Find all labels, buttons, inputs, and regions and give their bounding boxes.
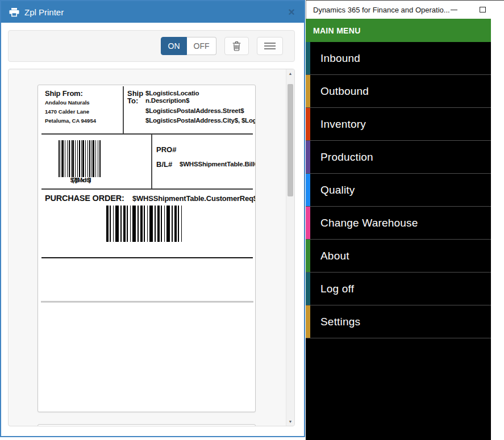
menu-item-label: Change Warehouse <box>306 217 418 229</box>
label-divider <box>151 135 152 188</box>
ship-from-title: Ship From: <box>45 89 83 98</box>
menu-item-inbound[interactable]: Inbound <box>306 42 491 75</box>
printer-icon <box>9 7 19 17</box>
preview-scrollbar[interactable]: ▲ ▼ <box>286 69 294 426</box>
menu-item-label: About <box>306 250 349 262</box>
purchase-order-label: PURCHASE ORDER: <box>45 194 124 203</box>
menu-item-label: Inventory <box>306 118 366 131</box>
zpl-titlebar: Zpl Printer × <box>1 1 304 23</box>
menu-item-label: Inbound <box>306 52 360 65</box>
menu-item-stripe <box>306 108 310 140</box>
scroll-down-icon[interactable]: ▼ <box>286 417 294 426</box>
menu-item-label: Outbound <box>306 85 369 98</box>
menu-item-label: Settings <box>306 316 360 328</box>
ship-from-line: Petaluma, CA 94954 <box>45 118 96 124</box>
dynamics-window-title: Dynamics 365 for Finance and Operatio... <box>313 6 450 14</box>
on-off-toggle: ON OFF <box>161 37 216 55</box>
label-divider <box>123 86 124 133</box>
menu-item-stripe <box>306 273 310 305</box>
hamburger-icon <box>264 42 276 50</box>
trash-icon <box>232 41 241 51</box>
menu-item-inventory[interactable]: Inventory <box>306 108 491 141</box>
menu-item-production[interactable]: Production <box>306 141 491 174</box>
ship-from-line: 1470 Calder Lane <box>45 108 89 115</box>
menu-item-outbound[interactable]: Outbound <box>306 75 491 108</box>
menu-item-stripe <box>306 207 310 239</box>
menu-item-stripe <box>306 141 310 173</box>
menu-item-label: Quality <box>306 184 355 196</box>
bol-value: $WHSShipmentTable.BillOf <box>180 161 256 167</box>
menu-item-log-off[interactable]: Log off <box>306 273 491 305</box>
main-menu: InboundOutboundInventoryProductionQualit… <box>306 42 491 440</box>
minimize-button[interactable] <box>443 1 465 19</box>
off-button[interactable]: OFF <box>187 37 216 55</box>
menu-item-stripe <box>306 174 310 206</box>
ship-to-value: n.Description$ <box>145 97 189 104</box>
minimize-icon <box>451 10 457 10</box>
label-divider <box>41 257 253 258</box>
dynamics-titlebar: Dynamics 365 for Finance and Operatio... <box>306 0 504 19</box>
purchase-order-barcode <box>106 206 182 242</box>
close-icon[interactable]: × <box>288 6 296 18</box>
delete-button[interactable] <box>224 37 249 55</box>
menu-item-stripe <box>306 240 310 272</box>
scrollbar-thumb[interactable] <box>288 84 293 196</box>
ship-from-line: Andalou Naturals <box>45 99 90 106</box>
maximize-button[interactable] <box>471 1 494 19</box>
menu-button[interactable] <box>257 37 283 55</box>
menu-item-stripe <box>306 75 310 107</box>
scroll-up-icon[interactable]: ▲ <box>286 69 294 78</box>
pro-number-label: PRO# <box>156 145 176 154</box>
menu-item-quality[interactable]: Quality <box>306 174 491 207</box>
shipment-barcode <box>59 140 102 177</box>
menu-item-settings[interactable]: Settings <box>306 305 491 338</box>
bol-label: B/L# <box>156 160 172 169</box>
label-divider <box>41 133 253 135</box>
menu-item-label: Log off <box>306 283 354 295</box>
menu-item-stripe <box>306 305 310 338</box>
window-title: Zpl Printer <box>24 7 64 17</box>
menu-item-stripe <box>306 42 310 74</box>
menu-item-label: Production <box>306 151 373 164</box>
label-divider <box>41 301 253 303</box>
next-label-edge <box>38 424 256 426</box>
shipping-label: Ship From: Andalou Naturals 1470 Calder … <box>38 85 256 412</box>
label-preview-panel: Ship From: Andalou Naturals 1470 Calder … <box>8 69 295 426</box>
menu-item-change-warehouse[interactable]: Change Warehouse <box>306 207 491 240</box>
desktop: Zpl Printer × ON OFF <box>0 0 504 440</box>
ship-to-city: $LogisticsPostalAddress.City$, $Logistic… <box>145 117 256 124</box>
printer-toolbar: ON OFF <box>8 30 295 62</box>
menu-item-about[interactable]: About <box>306 240 491 273</box>
on-button[interactable]: ON <box>161 37 187 55</box>
label-divider <box>41 188 253 190</box>
maximize-icon <box>480 7 486 12</box>
ship-to-value: $LogisticsLocatio <box>145 90 199 97</box>
purchase-order-value: $WHSShipmentTable.CustomerReq$ <box>132 194 256 203</box>
barcode-caption: $(7()$Mxd=$)l <box>52 177 109 183</box>
ship-to-title: To: <box>127 97 138 105</box>
ship-to-street: $LogisticsPostalAddress.Street$ <box>145 107 244 114</box>
zpl-printer-window: Zpl Printer × ON OFF <box>0 0 305 437</box>
main-menu-header: MAIN MENU <box>306 19 491 42</box>
